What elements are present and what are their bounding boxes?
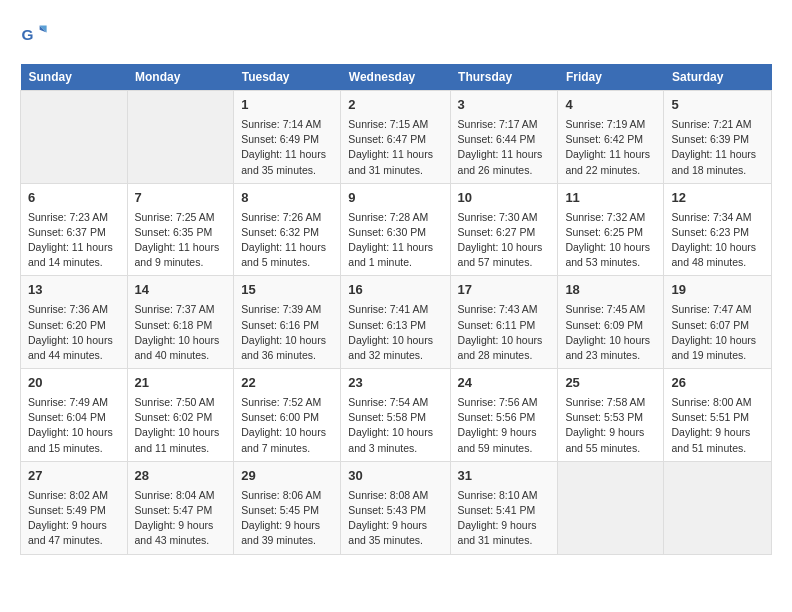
page-header: G xyxy=(20,20,772,48)
calendar-cell xyxy=(558,461,664,554)
cell-day-number: 21 xyxy=(135,374,227,393)
calendar-cell xyxy=(127,91,234,184)
calendar-cell: 30Sunrise: 8:08 AM Sunset: 5:43 PM Dayli… xyxy=(341,461,450,554)
week-row-5: 27Sunrise: 8:02 AM Sunset: 5:49 PM Dayli… xyxy=(21,461,772,554)
day-header-tuesday: Tuesday xyxy=(234,64,341,91)
calendar-cell: 3Sunrise: 7:17 AM Sunset: 6:44 PM Daylig… xyxy=(450,91,558,184)
calendar-cell: 11Sunrise: 7:32 AM Sunset: 6:25 PM Dayli… xyxy=(558,183,664,276)
logo: G xyxy=(20,20,52,48)
calendar-cell: 7Sunrise: 7:25 AM Sunset: 6:35 PM Daylig… xyxy=(127,183,234,276)
calendar-cell: 25Sunrise: 7:58 AM Sunset: 5:53 PM Dayli… xyxy=(558,369,664,462)
cell-day-number: 23 xyxy=(348,374,442,393)
cell-day-number: 12 xyxy=(671,189,764,208)
week-row-1: 1Sunrise: 7:14 AM Sunset: 6:49 PM Daylig… xyxy=(21,91,772,184)
cell-day-number: 10 xyxy=(458,189,551,208)
cell-info: Sunrise: 7:43 AM Sunset: 6:11 PM Dayligh… xyxy=(458,302,551,363)
cell-day-number: 24 xyxy=(458,374,551,393)
calendar-cell: 28Sunrise: 8:04 AM Sunset: 5:47 PM Dayli… xyxy=(127,461,234,554)
calendar-cell: 18Sunrise: 7:45 AM Sunset: 6:09 PM Dayli… xyxy=(558,276,664,369)
cell-day-number: 7 xyxy=(135,189,227,208)
cell-info: Sunrise: 7:15 AM Sunset: 6:47 PM Dayligh… xyxy=(348,117,442,178)
cell-info: Sunrise: 7:28 AM Sunset: 6:30 PM Dayligh… xyxy=(348,210,442,271)
calendar-cell: 8Sunrise: 7:26 AM Sunset: 6:32 PM Daylig… xyxy=(234,183,341,276)
day-header-monday: Monday xyxy=(127,64,234,91)
calendar-cell: 23Sunrise: 7:54 AM Sunset: 5:58 PM Dayli… xyxy=(341,369,450,462)
cell-info: Sunrise: 7:49 AM Sunset: 6:04 PM Dayligh… xyxy=(28,395,120,456)
cell-info: Sunrise: 7:47 AM Sunset: 6:07 PM Dayligh… xyxy=(671,302,764,363)
cell-info: Sunrise: 7:56 AM Sunset: 5:56 PM Dayligh… xyxy=(458,395,551,456)
cell-info: Sunrise: 7:54 AM Sunset: 5:58 PM Dayligh… xyxy=(348,395,442,456)
calendar-cell: 29Sunrise: 8:06 AM Sunset: 5:45 PM Dayli… xyxy=(234,461,341,554)
cell-day-number: 25 xyxy=(565,374,656,393)
cell-info: Sunrise: 7:32 AM Sunset: 6:25 PM Dayligh… xyxy=(565,210,656,271)
cell-day-number: 9 xyxy=(348,189,442,208)
calendar-cell: 19Sunrise: 7:47 AM Sunset: 6:07 PM Dayli… xyxy=(664,276,772,369)
cell-info: Sunrise: 8:00 AM Sunset: 5:51 PM Dayligh… xyxy=(671,395,764,456)
calendar-cell: 9Sunrise: 7:28 AM Sunset: 6:30 PM Daylig… xyxy=(341,183,450,276)
calendar-cell: 13Sunrise: 7:36 AM Sunset: 6:20 PM Dayli… xyxy=(21,276,128,369)
cell-info: Sunrise: 7:45 AM Sunset: 6:09 PM Dayligh… xyxy=(565,302,656,363)
cell-day-number: 4 xyxy=(565,96,656,115)
calendar-cell: 27Sunrise: 8:02 AM Sunset: 5:49 PM Dayli… xyxy=(21,461,128,554)
cell-day-number: 18 xyxy=(565,281,656,300)
cell-info: Sunrise: 8:10 AM Sunset: 5:41 PM Dayligh… xyxy=(458,488,551,549)
day-header-sunday: Sunday xyxy=(21,64,128,91)
week-row-2: 6Sunrise: 7:23 AM Sunset: 6:37 PM Daylig… xyxy=(21,183,772,276)
calendar-cell: 17Sunrise: 7:43 AM Sunset: 6:11 PM Dayli… xyxy=(450,276,558,369)
logo-icon: G xyxy=(20,20,48,48)
cell-info: Sunrise: 7:25 AM Sunset: 6:35 PM Dayligh… xyxy=(135,210,227,271)
calendar-cell: 31Sunrise: 8:10 AM Sunset: 5:41 PM Dayli… xyxy=(450,461,558,554)
cell-info: Sunrise: 7:26 AM Sunset: 6:32 PM Dayligh… xyxy=(241,210,333,271)
day-header-wednesday: Wednesday xyxy=(341,64,450,91)
calendar-cell: 20Sunrise: 7:49 AM Sunset: 6:04 PM Dayli… xyxy=(21,369,128,462)
days-header-row: SundayMondayTuesdayWednesdayThursdayFrid… xyxy=(21,64,772,91)
cell-info: Sunrise: 7:36 AM Sunset: 6:20 PM Dayligh… xyxy=(28,302,120,363)
calendar-cell: 10Sunrise: 7:30 AM Sunset: 6:27 PM Dayli… xyxy=(450,183,558,276)
day-header-thursday: Thursday xyxy=(450,64,558,91)
cell-info: Sunrise: 7:41 AM Sunset: 6:13 PM Dayligh… xyxy=(348,302,442,363)
cell-info: Sunrise: 7:14 AM Sunset: 6:49 PM Dayligh… xyxy=(241,117,333,178)
day-header-saturday: Saturday xyxy=(664,64,772,91)
calendar-cell xyxy=(21,91,128,184)
cell-day-number: 15 xyxy=(241,281,333,300)
cell-day-number: 19 xyxy=(671,281,764,300)
calendar-cell: 6Sunrise: 7:23 AM Sunset: 6:37 PM Daylig… xyxy=(21,183,128,276)
cell-info: Sunrise: 7:23 AM Sunset: 6:37 PM Dayligh… xyxy=(28,210,120,271)
cell-day-number: 31 xyxy=(458,467,551,486)
cell-info: Sunrise: 7:52 AM Sunset: 6:00 PM Dayligh… xyxy=(241,395,333,456)
cell-info: Sunrise: 7:30 AM Sunset: 6:27 PM Dayligh… xyxy=(458,210,551,271)
cell-info: Sunrise: 7:21 AM Sunset: 6:39 PM Dayligh… xyxy=(671,117,764,178)
cell-day-number: 2 xyxy=(348,96,442,115)
cell-day-number: 29 xyxy=(241,467,333,486)
cell-day-number: 1 xyxy=(241,96,333,115)
calendar-cell: 4Sunrise: 7:19 AM Sunset: 6:42 PM Daylig… xyxy=(558,91,664,184)
cell-day-number: 20 xyxy=(28,374,120,393)
cell-day-number: 13 xyxy=(28,281,120,300)
cell-day-number: 6 xyxy=(28,189,120,208)
cell-day-number: 22 xyxy=(241,374,333,393)
calendar-table: SundayMondayTuesdayWednesdayThursdayFrid… xyxy=(20,64,772,555)
calendar-cell: 1Sunrise: 7:14 AM Sunset: 6:49 PM Daylig… xyxy=(234,91,341,184)
calendar-cell: 22Sunrise: 7:52 AM Sunset: 6:00 PM Dayli… xyxy=(234,369,341,462)
cell-day-number: 17 xyxy=(458,281,551,300)
cell-day-number: 11 xyxy=(565,189,656,208)
cell-day-number: 3 xyxy=(458,96,551,115)
calendar-cell: 24Sunrise: 7:56 AM Sunset: 5:56 PM Dayli… xyxy=(450,369,558,462)
cell-day-number: 26 xyxy=(671,374,764,393)
cell-info: Sunrise: 7:37 AM Sunset: 6:18 PM Dayligh… xyxy=(135,302,227,363)
calendar-cell: 2Sunrise: 7:15 AM Sunset: 6:47 PM Daylig… xyxy=(341,91,450,184)
calendar-cell: 21Sunrise: 7:50 AM Sunset: 6:02 PM Dayli… xyxy=(127,369,234,462)
calendar-cell: 15Sunrise: 7:39 AM Sunset: 6:16 PM Dayli… xyxy=(234,276,341,369)
calendar-cell: 16Sunrise: 7:41 AM Sunset: 6:13 PM Dayli… xyxy=(341,276,450,369)
cell-day-number: 30 xyxy=(348,467,442,486)
calendar-cell xyxy=(664,461,772,554)
cell-info: Sunrise: 7:17 AM Sunset: 6:44 PM Dayligh… xyxy=(458,117,551,178)
cell-day-number: 14 xyxy=(135,281,227,300)
cell-day-number: 16 xyxy=(348,281,442,300)
cell-info: Sunrise: 7:19 AM Sunset: 6:42 PM Dayligh… xyxy=(565,117,656,178)
cell-day-number: 8 xyxy=(241,189,333,208)
day-header-friday: Friday xyxy=(558,64,664,91)
cell-info: Sunrise: 8:04 AM Sunset: 5:47 PM Dayligh… xyxy=(135,488,227,549)
cell-info: Sunrise: 7:50 AM Sunset: 6:02 PM Dayligh… xyxy=(135,395,227,456)
cell-info: Sunrise: 8:08 AM Sunset: 5:43 PM Dayligh… xyxy=(348,488,442,549)
